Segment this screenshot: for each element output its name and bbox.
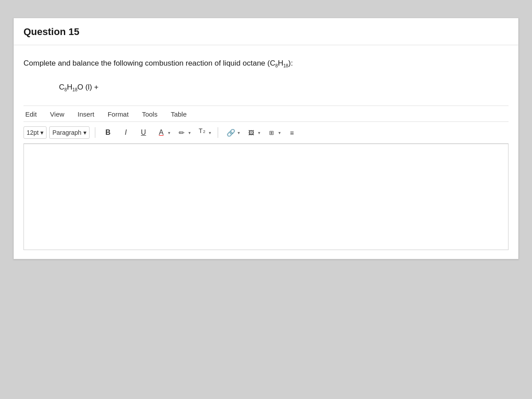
menu-view[interactable]: View <box>48 110 66 119</box>
underline-button-group[interactable]: U <box>136 125 151 140</box>
menu-bar: Edit View Insert Format Tools Table <box>23 106 509 122</box>
editor-area[interactable] <box>23 144 509 250</box>
italic-button[interactable]: I <box>120 126 132 139</box>
more-button[interactable]: ⊞ <box>266 126 278 139</box>
link-chevron: ▾ <box>238 130 240 135</box>
link-button[interactable]: 🔗 <box>225 126 237 139</box>
bold-button-group[interactable]: B <box>101 125 116 140</box>
superscript-chevron: ▾ <box>209 130 211 135</box>
page-wrapper: Question 15 Complete and balance the fol… <box>0 0 532 399</box>
menu-table[interactable]: Table <box>169 110 188 119</box>
paragraph-style-select[interactable]: Paragraph ▾ <box>49 126 89 139</box>
question-header: Question 15 <box>14 18 518 45</box>
image-button[interactable]: 🖼 <box>245 126 258 139</box>
paragraph-style-value: Paragraph <box>52 129 81 136</box>
font-size-value: 12pt <box>27 129 39 136</box>
toolbar-divider-1 <box>95 127 95 138</box>
image-chevron: ▾ <box>258 130 260 135</box>
superscript-button[interactable]: T2 <box>196 126 208 139</box>
italic-button-group[interactable]: I <box>118 125 133 140</box>
paragraph-chevron: ▾ <box>83 129 86 136</box>
link-group[interactable]: 🔗 ▾ <box>223 125 241 140</box>
list-group[interactable]: ≡ <box>285 125 300 140</box>
question-title: Question 15 <box>23 26 79 37</box>
more-chevron: ▾ <box>278 130 281 135</box>
question-text: Complete and balance the following combu… <box>23 58 509 70</box>
font-color-chevron: ▾ <box>168 130 170 135</box>
underline-button[interactable]: U <box>137 126 150 139</box>
font-color-group[interactable]: A ▾ <box>154 125 172 140</box>
font-size-select[interactable]: 12pt ▾ <box>23 126 47 139</box>
chemical-formula: C8H18O (l) + <box>59 83 509 92</box>
image-group[interactable]: 🖼 ▾ <box>244 125 262 140</box>
menu-edit[interactable]: Edit <box>23 110 39 119</box>
menu-tools[interactable]: Tools <box>140 110 159 119</box>
font-size-chevron: ▾ <box>40 129 43 136</box>
menu-format[interactable]: Format <box>106 110 131 119</box>
highlight-group[interactable]: ✏ ▾ <box>174 125 192 140</box>
superscript-group[interactable]: T2 ▾ <box>195 125 212 140</box>
more-group[interactable]: ⊞ ▾ <box>264 125 282 140</box>
toolbar-divider-2 <box>218 127 218 138</box>
highlight-chevron: ▾ <box>188 130 191 135</box>
question-body: Complete and balance the following combu… <box>14 45 518 259</box>
font-color-button[interactable]: A <box>155 126 168 139</box>
question-card: Question 15 Complete and balance the fol… <box>13 18 519 259</box>
bold-button[interactable]: B <box>102 126 114 139</box>
highlight-button[interactable]: ✏ <box>176 126 188 139</box>
toolbar: 12pt ▾ Paragraph ▾ B I <box>23 122 509 144</box>
list-button[interactable]: ≡ <box>286 126 298 139</box>
menu-insert[interactable]: Insert <box>76 110 96 119</box>
